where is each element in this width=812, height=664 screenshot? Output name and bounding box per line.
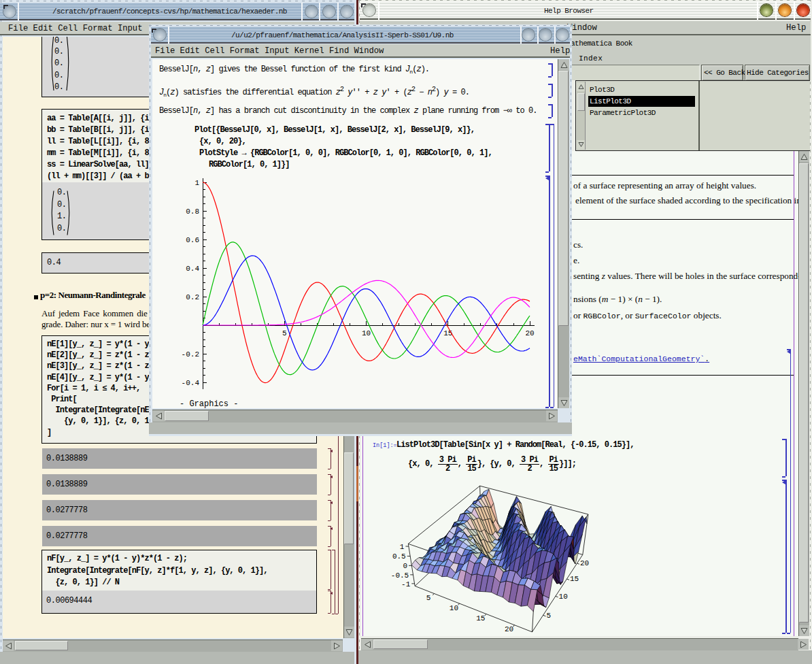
svg-text:0.2: 0.2 bbox=[186, 293, 199, 301]
svg-text:0.8: 0.8 bbox=[186, 208, 199, 216]
svg-text:10: 10 bbox=[362, 329, 371, 337]
svg-text:0.6: 0.6 bbox=[186, 236, 199, 244]
svg-text:20: 20 bbox=[525, 329, 534, 337]
svg-text:1: 1 bbox=[194, 179, 199, 187]
svg-text:5: 5 bbox=[282, 329, 287, 337]
svg-text:-0.2: -0.2 bbox=[182, 350, 199, 359]
svg-text:0.4: 0.4 bbox=[186, 265, 199, 273]
svg-text:-0.4: -0.4 bbox=[182, 379, 200, 387]
